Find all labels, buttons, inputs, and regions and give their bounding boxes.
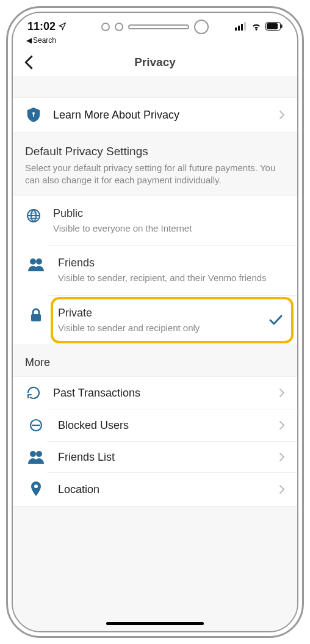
more-blocked-users[interactable]: Blocked Users bbox=[47, 409, 297, 441]
learn-more-label: Learn More About Privacy bbox=[53, 109, 268, 122]
privacy-options: Public Visible to everyone on the Intern… bbox=[13, 196, 297, 346]
content-scroll[interactable]: Learn More About Privacy Default Privacy… bbox=[13, 76, 297, 631]
blocked-icon bbox=[13, 418, 47, 433]
status-time: 11:02 bbox=[27, 20, 56, 33]
svg-rect-2 bbox=[241, 24, 243, 31]
pin-icon bbox=[13, 481, 47, 497]
option-desc: Visible to sender and recipient only bbox=[58, 322, 258, 334]
privacy-option-friends[interactable]: Friends Visible to sender, recipient, an… bbox=[47, 245, 297, 295]
more-friends-list[interactable]: Friends List bbox=[47, 441, 297, 472]
home-indicator[interactable] bbox=[106, 622, 204, 625]
friends-icon bbox=[13, 450, 47, 464]
history-icon bbox=[25, 386, 42, 400]
svg-rect-6 bbox=[281, 24, 283, 28]
svg-rect-3 bbox=[244, 22, 246, 31]
option-desc: Visible to sender, recipient, and their … bbox=[58, 272, 285, 284]
more-item-label: Location bbox=[58, 483, 268, 496]
location-arrow-icon bbox=[58, 22, 67, 31]
svg-rect-1 bbox=[238, 26, 240, 31]
more-item-label: Past Transactions bbox=[53, 387, 268, 400]
privacy-option-public[interactable]: Public Visible to everyone on the Intern… bbox=[13, 196, 297, 246]
lock-icon bbox=[13, 307, 47, 323]
learn-more-row[interactable]: Learn More About Privacy bbox=[13, 97, 297, 133]
checkmark-icon bbox=[269, 315, 285, 326]
option-title: Private bbox=[58, 307, 258, 320]
svg-point-16 bbox=[36, 451, 42, 457]
privacy-option-private[interactable]: Private Visible to sender and recipient … bbox=[47, 295, 297, 345]
globe-icon bbox=[25, 207, 42, 223]
screen: 11:02 ◀ Search bbox=[12, 12, 298, 632]
svg-rect-8 bbox=[33, 114, 34, 117]
back-to-search[interactable]: ◀ Search bbox=[13, 36, 297, 48]
chevron-right-icon bbox=[279, 420, 285, 430]
more-past-transactions[interactable]: Past Transactions bbox=[13, 377, 297, 409]
nav-bar: Privacy bbox=[13, 48, 297, 76]
option-title: Public bbox=[53, 207, 285, 220]
battery-icon bbox=[265, 22, 283, 31]
shield-icon bbox=[25, 108, 42, 122]
chevron-right-icon bbox=[279, 485, 285, 494]
more-location[interactable]: Location bbox=[47, 472, 297, 506]
device-frame: 11:02 ◀ Search bbox=[6, 6, 304, 638]
default-privacy-desc: Select your default privacy setting for … bbox=[25, 162, 285, 187]
more-item-label: Friends List bbox=[58, 451, 268, 464]
more-list: Past Transactions Blocked Users Friends … bbox=[13, 376, 297, 507]
chevron-right-icon bbox=[279, 388, 285, 398]
svg-point-11 bbox=[36, 258, 42, 265]
svg-rect-5 bbox=[267, 23, 278, 29]
svg-point-17 bbox=[34, 485, 38, 488]
chevron-right-icon bbox=[279, 110, 285, 120]
default-privacy-header: Default Privacy Settings Select your def… bbox=[13, 133, 297, 196]
wifi-icon bbox=[251, 22, 262, 31]
friends-icon bbox=[13, 257, 47, 271]
svg-point-15 bbox=[30, 451, 36, 457]
page-title: Privacy bbox=[24, 56, 286, 69]
svg-rect-12 bbox=[31, 314, 41, 321]
status-bar: 11:02 bbox=[13, 13, 297, 36]
chevron-right-icon bbox=[279, 452, 285, 462]
option-title: Friends bbox=[58, 257, 285, 269]
option-desc: Visible to everyone on the Internet bbox=[53, 222, 285, 235]
more-item-label: Blocked Users bbox=[58, 419, 268, 432]
back-caret-icon: ◀ bbox=[26, 36, 32, 45]
svg-rect-0 bbox=[235, 27, 237, 31]
back-search-label: Search bbox=[33, 36, 56, 45]
more-section-title: More bbox=[13, 345, 297, 376]
default-privacy-title: Default Privacy Settings bbox=[25, 145, 285, 158]
cellular-icon bbox=[235, 22, 247, 31]
svg-point-10 bbox=[30, 258, 36, 265]
